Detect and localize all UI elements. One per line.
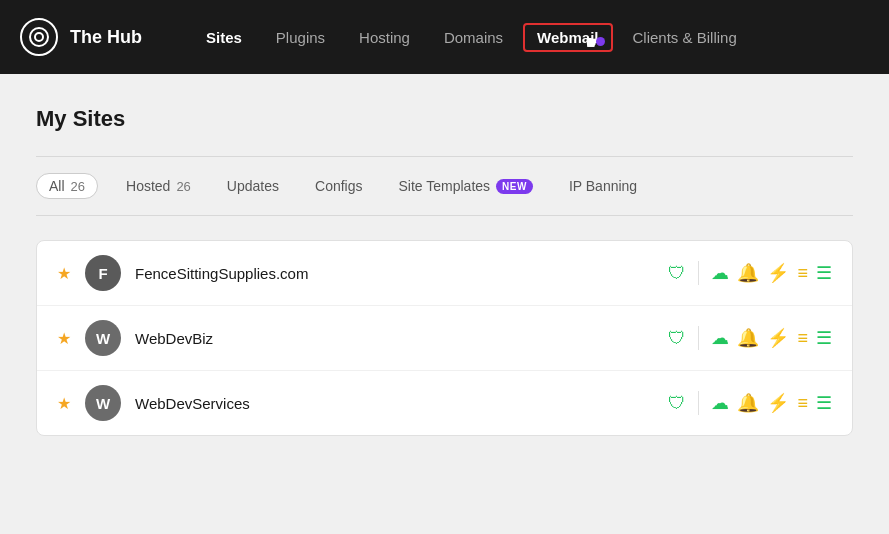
site-name[interactable]: FenceSittingSupplies.com [135, 265, 654, 282]
avatar: W [85, 385, 121, 421]
cache-icon[interactable]: ≡ [797, 328, 808, 349]
filter-site-templates-label: Site Templates [398, 178, 490, 194]
nav-item-hosting[interactable]: Hosting [345, 23, 424, 52]
divider [698, 326, 699, 350]
filter-tab-configs[interactable]: Configs [307, 174, 370, 198]
cloud-icon[interactable]: ☁ [711, 327, 729, 349]
site-action-icons: 🛡 ☁ 🔔 ⚡ ≡ ☰ [668, 261, 832, 285]
uptime-icon[interactable]: 🔔 [737, 392, 759, 414]
site-name[interactable]: WebDevBiz [135, 330, 654, 347]
uptime-icon[interactable]: 🔔 [737, 262, 759, 284]
more-icon[interactable]: ☰ [816, 262, 832, 284]
avatar: W [85, 320, 121, 356]
nav-item-clients-billing[interactable]: Clients & Billing [619, 23, 751, 52]
page-title: My Sites [36, 106, 853, 132]
filter-tab-hosted[interactable]: Hosted 26 [118, 174, 199, 198]
security-icon[interactable]: 🛡 [668, 393, 686, 414]
table-row: ★ W WebDevBiz 🛡 ☁ 🔔 ⚡ ≡ ☰ [37, 306, 852, 371]
security-icon[interactable]: 🛡 [668, 328, 686, 349]
notification-dot [596, 37, 605, 46]
more-icon[interactable]: ☰ [816, 392, 832, 414]
svg-point-1 [35, 33, 43, 41]
more-icon[interactable]: ☰ [816, 327, 832, 349]
logo-text: The Hub [70, 27, 142, 48]
table-row: ★ W WebDevServices 🛡 ☁ 🔔 ⚡ ≡ ☰ [37, 371, 852, 435]
main-nav: Sites Plugins Hosting Domains Webmail ☛ … [192, 23, 869, 52]
filter-all-label: All [49, 178, 65, 194]
new-badge: NEW [496, 179, 533, 194]
nav-item-plugins[interactable]: Plugins [262, 23, 339, 52]
site-action-icons: 🛡 ☁ 🔔 ⚡ ≡ ☰ [668, 326, 832, 350]
filter-tab-all[interactable]: All 26 [36, 173, 98, 199]
svg-point-0 [30, 28, 48, 46]
logo-icon [20, 18, 58, 56]
site-name[interactable]: WebDevServices [135, 395, 654, 412]
main-content: My Sites All 26 Hosted 26 Updates Config… [0, 74, 889, 534]
security-icon[interactable]: 🛡 [668, 263, 686, 284]
star-icon[interactable]: ★ [57, 394, 71, 413]
divider [698, 391, 699, 415]
star-icon[interactable]: ★ [57, 329, 71, 348]
filter-updates-label: Updates [227, 178, 279, 194]
star-icon[interactable]: ★ [57, 264, 71, 283]
filter-tab-site-templates[interactable]: Site Templates NEW [390, 174, 540, 198]
filter-tab-updates[interactable]: Updates [219, 174, 287, 198]
filter-bar: All 26 Hosted 26 Updates Configs Site Te… [36, 156, 853, 216]
site-action-icons: 🛡 ☁ 🔔 ⚡ ≡ ☰ [668, 391, 832, 415]
sites-list: ★ F FenceSittingSupplies.com 🛡 ☁ 🔔 ⚡ ≡ ☰… [36, 240, 853, 436]
performance-icon[interactable]: ⚡ [767, 392, 789, 414]
nav-item-domains[interactable]: Domains [430, 23, 517, 52]
divider [698, 261, 699, 285]
performance-icon[interactable]: ⚡ [767, 262, 789, 284]
table-row: ★ F FenceSittingSupplies.com 🛡 ☁ 🔔 ⚡ ≡ ☰ [37, 241, 852, 306]
nav-item-sites[interactable]: Sites [192, 23, 256, 52]
nav-item-webmail[interactable]: Webmail ☛ [523, 23, 612, 52]
avatar: F [85, 255, 121, 291]
filter-hosted-count: 26 [176, 179, 190, 194]
filter-all-count: 26 [71, 179, 85, 194]
cache-icon[interactable]: ≡ [797, 393, 808, 414]
logo-area: The Hub [20, 18, 160, 56]
cloud-icon[interactable]: ☁ [711, 392, 729, 414]
header: The Hub Sites Plugins Hosting Domains We… [0, 0, 889, 74]
filter-tab-ip-banning[interactable]: IP Banning [561, 174, 645, 198]
uptime-icon[interactable]: 🔔 [737, 327, 759, 349]
filter-configs-label: Configs [315, 178, 362, 194]
filter-hosted-label: Hosted [126, 178, 170, 194]
cache-icon[interactable]: ≡ [797, 263, 808, 284]
cloud-icon[interactable]: ☁ [711, 262, 729, 284]
performance-icon[interactable]: ⚡ [767, 327, 789, 349]
filter-ip-banning-label: IP Banning [569, 178, 637, 194]
